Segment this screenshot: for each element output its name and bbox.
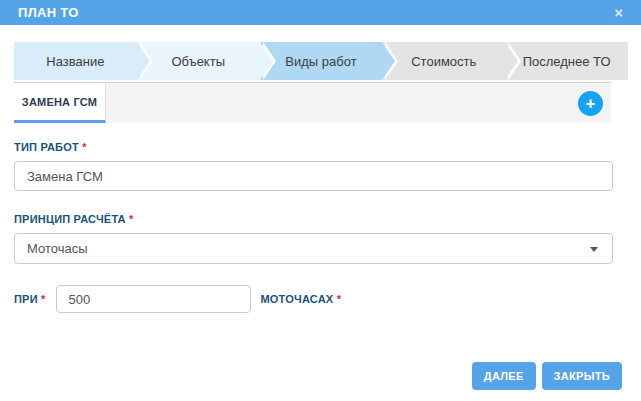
next-button[interactable]: ДАЛЕЕ <box>472 362 536 390</box>
interval-row: ПРИ * МОТОЧАСАХ * <box>14 285 613 313</box>
select-value: Моточасы <box>27 241 88 256</box>
calc-principle-label: ПРИНЦИП РАСЧЁТА * <box>14 213 613 225</box>
dropdown-caret-icon <box>590 247 598 252</box>
required-asterisk: * <box>337 293 341 305</box>
chevron-right-icon <box>260 42 273 80</box>
work-types-tabbar: ЗАМЕНА ГСМ + <box>14 82 611 123</box>
plus-icon: + <box>586 95 596 112</box>
work-type-input[interactable] <box>14 161 613 191</box>
interval-value-input[interactable] <box>56 285 251 313</box>
interval-label-before: ПРИ * <box>14 293 46 305</box>
wizard-steps: Название Объекты Виды работ Стоимость По… <box>14 42 628 80</box>
wizard-step-last-maintenance[interactable]: Последнее ТО <box>505 42 628 80</box>
wizard-step-label: Виды работ <box>285 54 356 69</box>
tab-zamena-gsm[interactable]: ЗАМЕНА ГСМ <box>14 83 106 123</box>
wizard-step-label: Объекты <box>171 54 225 69</box>
wizard-step-work-types[interactable]: Виды работ <box>260 42 383 80</box>
modal-title: ПЛАН ТО <box>18 5 79 20</box>
tab-label: ЗАМЕНА ГСМ <box>22 96 97 108</box>
wizard-step-name[interactable]: Название <box>14 42 137 80</box>
chevron-right-icon <box>382 42 395 80</box>
chevron-right-icon <box>505 42 518 80</box>
work-type-form: ТИП РАБОТ * ПРИНЦИП РАСЧЁТА * Моточасы П… <box>0 123 641 313</box>
close-button[interactable]: ЗАКРЫТЬ <box>542 362 622 390</box>
modal-footer: ДАЛЕЕ ЗАКРЫТЬ <box>472 362 622 390</box>
calc-principle-select[interactable]: Моточасы <box>14 233 613 264</box>
wizard-step-label: Последнее ТО <box>523 54 611 69</box>
required-asterisk: * <box>82 141 86 153</box>
required-asterisk: * <box>41 293 45 305</box>
add-work-type-button[interactable]: + <box>578 91 603 116</box>
wizard-step-cost[interactable]: Стоимость <box>382 42 505 80</box>
interval-label-after: МОТОЧАСАХ * <box>261 293 342 305</box>
wizard-step-label: Название <box>46 54 104 69</box>
wizard-step-objects[interactable]: Объекты <box>137 42 260 80</box>
work-type-label: ТИП РАБОТ * <box>14 141 613 153</box>
chevron-right-icon <box>137 42 150 80</box>
required-asterisk: * <box>129 213 133 225</box>
wizard-step-label: Стоимость <box>411 54 476 69</box>
close-icon[interactable]: × <box>614 5 623 20</box>
modal-header: ПЛАН ТО × <box>0 0 641 25</box>
